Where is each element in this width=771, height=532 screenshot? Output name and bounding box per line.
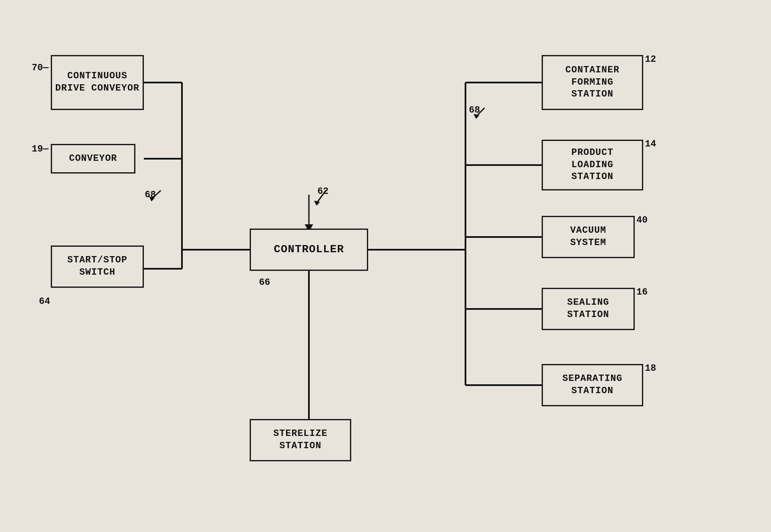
start-stop-switch-box: START/STOPSWITCH (51, 245, 144, 288)
ref-12: 12 (645, 54, 656, 65)
ref-40: 40 (636, 215, 647, 226)
ref-70: 70— (32, 63, 49, 73)
annotation-68-left: 68 (145, 190, 156, 200)
conveyor-label: CONVEYOR (69, 153, 117, 165)
sealing-station-label: SEALINGSTATION (567, 297, 609, 321)
ref-66: 66 (259, 277, 270, 288)
separating-station-label: SEPARATINGSTATION (562, 373, 622, 397)
separating-station-box: SEPARATINGSTATION (542, 364, 643, 406)
controller-box: CONTROLLER (250, 229, 368, 271)
container-forming-station-label: CONTAINERFORMINGSTATION (565, 64, 620, 101)
container-forming-station-box: CONTAINERFORMINGSTATION (542, 55, 643, 110)
vacuum-system-box: VACUUMSYSTEM (542, 216, 635, 258)
sealing-station-box: SEALINGSTATION (542, 288, 635, 330)
controller-label: CONTROLLER (274, 243, 344, 257)
continuous-drive-conveyor-box: CONTINUOUS DRIVE CONVEYOR (51, 55, 144, 110)
svg-marker-16 (314, 201, 320, 206)
product-loading-station-label: PRODUCTLOADINGSTATION (571, 147, 613, 183)
annotation-62: 62 (317, 186, 328, 197)
annotation-68-right: 68 (469, 105, 480, 116)
ref-14: 14 (645, 139, 656, 149)
sterelize-station-box: STERELIZESTATION (250, 419, 351, 461)
conveyor-box: CONVEYOR (51, 144, 135, 174)
start-stop-switch-label: START/STOPSWITCH (67, 254, 127, 278)
vacuum-system-label: VACUUMSYSTEM (570, 225, 606, 249)
ref-19: 19— (32, 144, 49, 154)
ref-64: 64 (39, 296, 50, 307)
ref-16: 16 (636, 287, 647, 298)
diagram-container: .line { stroke: #111; stroke-width: 3; f… (0, 0, 771, 532)
continuous-drive-conveyor-label: CONTINUOUS DRIVE CONVEYOR (52, 70, 143, 94)
product-loading-station-box: PRODUCTLOADINGSTATION (542, 140, 643, 190)
sterelize-station-label: STERELIZESTATION (273, 428, 328, 452)
ref-18: 18 (645, 363, 656, 374)
